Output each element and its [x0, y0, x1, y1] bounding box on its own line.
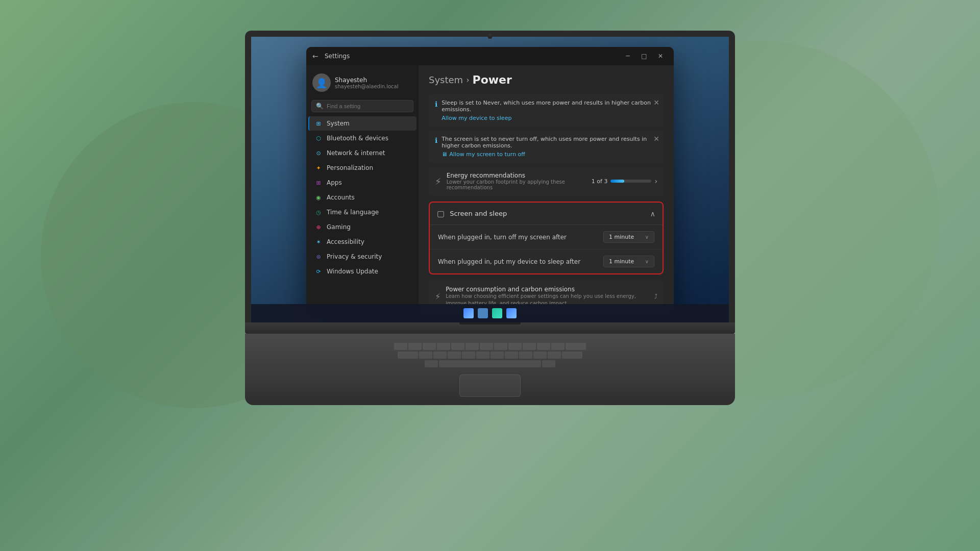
notification-screen: ℹ The screen is set to never turn off, w… [429, 131, 664, 163]
sidebar-item-label-gaming: Gaming [327, 223, 351, 231]
screen-off-dropdown-arrow: ∨ [645, 234, 649, 240]
window-controls: ─ □ ✕ [621, 49, 668, 63]
sidebar-item-privacy[interactable]: ⊛ Privacy & security [308, 249, 416, 264]
personalization-icon: ✦ [314, 164, 323, 172]
key [537, 343, 550, 350]
key [566, 343, 586, 350]
screen-sleep-icon: ▢ [437, 209, 445, 218]
sidebar-item-label-apps: Apps [327, 179, 342, 186]
screen-sleep-section: ▢ Screen and sleep ∧ When plugged in, tu… [429, 202, 664, 274]
touchpad[interactable] [459, 374, 521, 397]
breadcrumb-parent: System [429, 74, 463, 85]
sidebar-item-label-windowsupdate: Windows Update [327, 268, 378, 275]
sidebar: 👤 Shayesteh shayesteh@alaedin.local 🔍 [306, 65, 419, 315]
sidebar-item-system[interactable]: ⊞ System [308, 116, 416, 131]
taskbar [251, 304, 729, 322]
key [519, 352, 532, 359]
screen-off-dropdown[interactable]: 1 minute ∨ [603, 231, 654, 243]
energy-recommendations[interactable]: ⚡ Energy recommendations Lower your carb… [429, 167, 664, 195]
user-info: Shayesteh shayesteh@alaedin.local [335, 77, 412, 89]
screen-sleep-collapse-icon: ∧ [650, 210, 655, 218]
close-button[interactable]: ✕ [653, 49, 668, 63]
sidebar-item-label-network: Network & internet [327, 149, 385, 157]
taskbar-app2[interactable] [506, 308, 517, 318]
sidebar-item-bluetooth[interactable]: ⬡ Bluetooth & devices [308, 131, 416, 145]
key [398, 352, 418, 359]
sleep-label: When plugged in, put my device to sleep … [438, 258, 603, 265]
search-box[interactable]: 🔍 [311, 100, 413, 112]
key [465, 343, 479, 350]
power-external-link-icon[interactable]: ⤴ [654, 293, 657, 300]
key [433, 352, 447, 359]
notif2-close[interactable]: ✕ [653, 135, 659, 143]
key [551, 343, 565, 350]
key [448, 352, 461, 359]
sidebar-item-apps[interactable]: ⊞ Apps [308, 176, 416, 190]
taskbar-start[interactable] [463, 308, 474, 318]
sidebar-item-windowsupdate[interactable]: ⟳ Windows Update [308, 264, 416, 279]
sleep-dropdown[interactable]: 1 minute ∨ [603, 256, 654, 267]
sidebar-item-accounts[interactable]: ◉ Accounts [308, 190, 416, 205]
back-button[interactable]: ← [312, 52, 321, 60]
sidebar-item-label-system: System [327, 120, 350, 127]
notification-sleep: ℹ Sleep is set to Never, which uses more… [429, 94, 664, 127]
windowsupdate-icon: ⟳ [314, 267, 323, 276]
screen-sleep-content: When plugged in, turn off my screen afte… [430, 224, 663, 273]
apps-icon: ⊞ [314, 179, 323, 187]
spacebar-key [439, 360, 541, 367]
keyboard-grid [294, 343, 686, 367]
sidebar-item-accessibility[interactable]: ✶ Accessibility [308, 235, 416, 249]
sidebar-item-personalization[interactable]: ✦ Personalization [308, 161, 416, 175]
taskbar-app1[interactable] [492, 308, 502, 318]
accessibility-icon: ✶ [314, 238, 323, 246]
key [505, 352, 518, 359]
energy-info: Energy recommendations Lower your carbon… [447, 172, 586, 190]
key [425, 360, 438, 367]
key [523, 343, 536, 350]
gaming-icon: ⊕ [314, 223, 323, 231]
screen-notch [488, 37, 492, 39]
user-email: shayesteh@alaedin.local [335, 84, 412, 89]
camera-dot [489, 34, 492, 36]
sleep-dropdown-arrow: ∨ [645, 259, 649, 264]
laptop-keyboard [245, 334, 735, 405]
notif2-link[interactable]: 🖥 Allow my screen to turn off [442, 151, 657, 158]
key [542, 360, 555, 367]
key [562, 352, 582, 359]
energy-desc: Lower your carbon footprint by applying … [447, 179, 586, 190]
energy-progress-fill [610, 180, 624, 183]
energy-icon: ⚡ [435, 176, 442, 187]
sidebar-item-label-bluetooth: Bluetooth & devices [327, 135, 388, 142]
breadcrumb: System › Power [429, 73, 664, 86]
key [548, 352, 561, 359]
notif2-icon: ℹ [435, 136, 437, 144]
laptop-hinge [459, 322, 521, 324]
sidebar-item-label-accounts: Accounts [327, 194, 355, 201]
key [533, 352, 547, 359]
user-section[interactable]: 👤 Shayesteh shayesteh@alaedin.local [306, 69, 419, 98]
sidebar-item-gaming[interactable]: ⊕ Gaming [308, 220, 416, 234]
key [419, 352, 432, 359]
breadcrumb-separator: › [466, 75, 469, 85]
maximize-button[interactable]: □ [637, 49, 651, 63]
screen-sleep-header[interactable]: ▢ Screen and sleep ∧ [430, 203, 663, 224]
user-name: Shayesteh [335, 77, 412, 84]
taskbar-search[interactable] [478, 308, 488, 318]
laptop-frame: ← Settings ─ □ ✕ [245, 31, 735, 405]
key [437, 343, 450, 350]
sidebar-item-label-time: Time & language [327, 209, 379, 216]
minimize-button[interactable]: ─ [621, 49, 635, 63]
key [408, 343, 422, 350]
sidebar-item-label-accessibility: Accessibility [327, 238, 364, 245]
notif1-body: Sleep is set to Never, which uses more p… [442, 99, 657, 121]
avatar: 👤 [312, 73, 331, 92]
search-input[interactable] [327, 103, 409, 109]
window-body: 👤 Shayesteh shayesteh@alaedin.local 🔍 [306, 65, 674, 315]
sidebar-item-time[interactable]: ◷ Time & language [308, 205, 416, 219]
notif1-link[interactable]: Allow my device to sleep [442, 115, 657, 121]
notif1-close[interactable]: ✕ [653, 98, 659, 107]
avatar-icon: 👤 [316, 78, 327, 88]
sidebar-item-network[interactable]: ⊙ Network & internet [308, 146, 416, 160]
sleep-row: When plugged in, put my device to sleep … [430, 249, 663, 273]
screen-sleep-title: Screen and sleep [450, 210, 645, 217]
